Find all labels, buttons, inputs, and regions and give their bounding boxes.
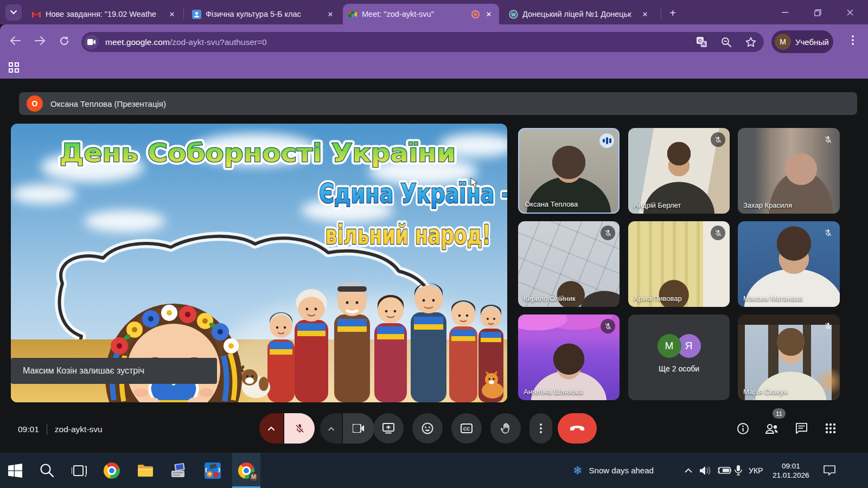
tab-close-icon[interactable]: ✕: [167, 9, 177, 19]
participant-tile[interactable]: Захар Красиля: [738, 128, 840, 214]
action-center-button[interactable]: [824, 453, 835, 488]
tab-wordpress[interactable]: W Донецький ліцей №1 Донецьк ✕: [503, 4, 655, 24]
tray-mic-button[interactable]: [735, 453, 742, 488]
captions-button[interactable]: CC: [451, 413, 482, 444]
new-tab-button[interactable]: +: [666, 7, 679, 20]
tray-overflow-button[interactable]: [685, 453, 692, 488]
profile-name: Учебный: [795, 37, 829, 47]
tab-close-icon[interactable]: ✕: [326, 9, 335, 19]
participant-name: Кирило Олійник: [524, 294, 576, 303]
minimize-icon: [782, 12, 788, 13]
participant-name: Захар Красиля: [743, 201, 792, 209]
address-bar[interactable]: meet.google.com/zod-aykt-svu?authuser=0 …: [81, 32, 764, 52]
tab-close-icon[interactable]: ✕: [640, 9, 650, 19]
battery-button[interactable]: [717, 453, 731, 488]
participants-panel-button[interactable]: [765, 421, 779, 435]
tab-capture-icon: [84, 35, 99, 49]
participant-tile[interactable]: Марія Скакун: [738, 314, 840, 400]
leave-toast: Максим Козін залишає зустріч: [11, 358, 217, 384]
end-call-icon: [570, 426, 584, 432]
battery-charging-icon: [717, 466, 731, 474]
clock-widget[interactable]: 09:01 21.01.2026: [773, 453, 809, 488]
back-button[interactable]: [9, 34, 22, 47]
participant-name: Марія Скакун: [743, 388, 787, 396]
slide-title-line3: вільний народ!: [326, 219, 491, 251]
end-call-button[interactable]: [558, 413, 597, 444]
apps-shortcut-button[interactable]: [9, 62, 20, 73]
camera-options-button[interactable]: [320, 413, 342, 444]
chat-icon: [795, 422, 808, 434]
meet-page: О Оксана Теплова (Презентація): [0, 79, 868, 453]
reload-icon: [59, 36, 69, 46]
start-button[interactable]: [2, 453, 28, 488]
volume-button[interactable]: [700, 453, 712, 488]
participant-tile[interactable]: Кирило Олійник: [518, 221, 620, 307]
participant-name: Оксана Теплова: [525, 200, 578, 208]
restore-icon: [814, 9, 821, 16]
mic-muted-icon: [711, 132, 725, 147]
taskbar-chrome-active-button[interactable]: M: [232, 453, 260, 488]
info-icon: [737, 422, 749, 435]
window-restore-button[interactable]: [809, 5, 826, 20]
task-view-button[interactable]: [66, 453, 92, 488]
camera-button[interactable]: [343, 413, 374, 444]
presenter-avatar: О: [27, 95, 43, 112]
participant-tile[interactable]: Андрій Берлет: [628, 128, 730, 214]
forward-button[interactable]: [34, 34, 47, 47]
meet-icon: [348, 10, 358, 19]
camera-icon: [353, 424, 365, 433]
participant-tile[interactable]: Оксана Теплова: [518, 128, 620, 214]
taskbar-search-button[interactable]: [34, 453, 60, 488]
mic-muted-icon: [821, 226, 835, 240]
taskbar-blue-app-button[interactable]: [200, 453, 226, 488]
taskbar-date: 21.01.2026: [773, 471, 809, 480]
taskbar-system-app-button[interactable]: [166, 453, 192, 488]
tab-search-button[interactable]: [5, 4, 22, 21]
taskbar-file-explorer-button[interactable]: [132, 453, 158, 488]
present-button[interactable]: [373, 413, 404, 444]
mic-options-button[interactable]: [259, 413, 283, 444]
zoom-out-button[interactable]: [721, 37, 731, 47]
browser-menu-button[interactable]: [846, 34, 859, 47]
language-indicator[interactable]: УКР: [749, 453, 763, 488]
profile-chip[interactable]: M Учебный: [771, 30, 833, 53]
reactions-button[interactable]: [412, 413, 443, 444]
translate-button[interactable]: G: [697, 37, 707, 47]
overflow-label: Ще 2 особи: [628, 364, 730, 373]
more-options-button[interactable]: [529, 413, 552, 444]
apps-grid-icon: [825, 423, 836, 434]
emoji-smile-icon: [422, 422, 433, 434]
meeting-time: 09:01: [18, 425, 39, 434]
tab-close-icon[interactable]: ✕: [484, 9, 494, 19]
mic-mute-button[interactable]: [284, 413, 315, 444]
reload-button[interactable]: [58, 34, 71, 47]
raise-hand-button[interactable]: [490, 413, 521, 444]
meeting-code: zod-aykt-svu: [55, 425, 103, 434]
zoom-out-icon: [721, 37, 731, 47]
chrome-profile-badge: M: [249, 472, 258, 481]
participant-tile[interactable]: Ангеліна Шляхова: [518, 314, 620, 400]
window-close-button[interactable]: [842, 5, 858, 20]
weather-widget[interactable]: ❄ Snow days ahead: [573, 453, 654, 488]
presenter-banner-text: Оксана Теплова (Презентація): [50, 99, 166, 108]
slide-title-line1: День Соборності України: [60, 138, 456, 168]
tab-meet-active[interactable]: Meet: "zod-aykt-svu" ✕: [343, 4, 499, 24]
chat-panel-button[interactable]: [794, 421, 808, 435]
chevron-up-icon: [685, 468, 692, 473]
meeting-details-button[interactable]: [736, 421, 750, 435]
overflow-avatar: М: [658, 334, 681, 358]
tab-classroom[interactable]: Фізична культура 5-Б клас ✕: [187, 4, 341, 24]
overflow-tile[interactable]: М Я Ще 2 особи: [628, 314, 730, 400]
back-arrow-icon: [10, 36, 21, 45]
svg-text:CC: CC: [463, 426, 470, 432]
participant-tile[interactable]: Аріна Пивовар: [628, 221, 730, 307]
bookmark-star-button[interactable]: [745, 37, 756, 48]
tab-title: Фізична культура 5-Б клас: [206, 10, 321, 18]
language-code: УКР: [749, 466, 763, 475]
taskbar-chrome-button[interactable]: [99, 453, 125, 488]
participant-tile[interactable]: Максим Матанаха: [738, 221, 840, 307]
window-minimize-button[interactable]: [777, 5, 793, 20]
chrome-icon: [104, 463, 120, 479]
activities-button[interactable]: [824, 421, 838, 435]
tab-gmail[interactable]: Нове завдання: "19.02 Weathe ✕: [26, 4, 182, 24]
